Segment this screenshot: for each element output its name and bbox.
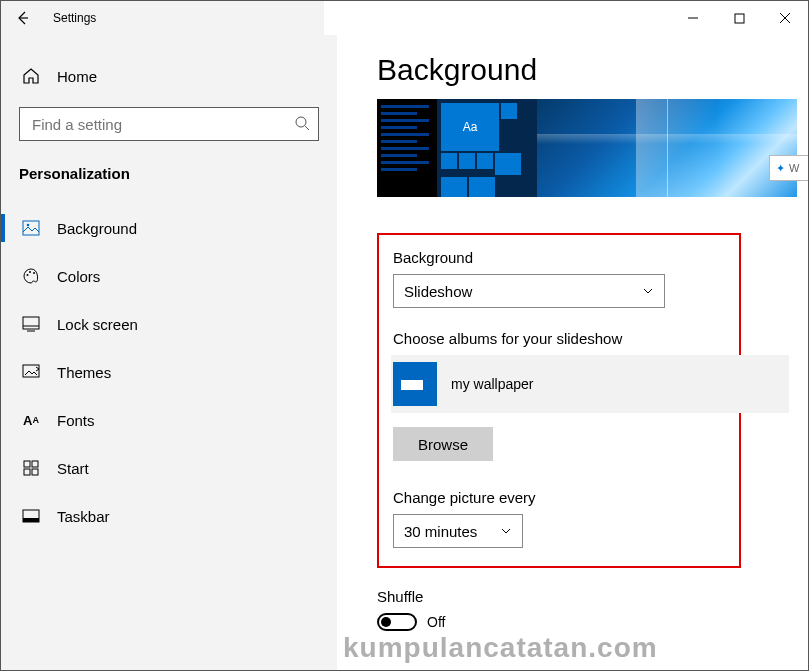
svg-rect-13	[24, 461, 30, 467]
change-picture-label: Change picture every	[393, 489, 723, 506]
fonts-icon: AA	[19, 413, 43, 428]
taskbar-icon	[19, 509, 43, 523]
picture-icon	[19, 220, 43, 236]
home-label: Home	[57, 68, 97, 85]
preview-desktop	[537, 99, 797, 197]
sidebar-item-label: Background	[57, 220, 137, 237]
home-nav[interactable]: Home	[1, 59, 337, 93]
section-label: Personalization	[1, 141, 337, 198]
background-field-label: Background	[393, 249, 723, 266]
main-content: Background Aa ✦ W Background Slideshow C…	[337, 35, 808, 670]
back-button[interactable]	[11, 6, 35, 30]
sidebar-item-label: Lock screen	[57, 316, 138, 333]
chevron-down-icon	[642, 283, 654, 300]
maximize-button[interactable]	[716, 2, 762, 34]
change-interval-select[interactable]: 30 minutes	[393, 514, 523, 548]
toggle-track	[377, 613, 417, 631]
sidebar-item-label: Themes	[57, 364, 111, 381]
svg-rect-14	[32, 461, 38, 467]
toggle-thumb	[381, 617, 391, 627]
svg-point-2	[296, 117, 306, 127]
side-tab[interactable]: ✦ W	[769, 155, 809, 181]
sidebar-item-label: Start	[57, 460, 89, 477]
svg-line-3	[305, 126, 309, 130]
themes-icon	[19, 364, 43, 380]
svg-point-6	[27, 274, 29, 276]
preview-start-tiles: Aa	[437, 99, 537, 197]
shuffle-state-text: Off	[427, 614, 445, 630]
svg-rect-16	[32, 469, 38, 475]
nav-list: Background Colors Lock screen Themes AA …	[1, 198, 337, 540]
sidebar: Home Personalization Background Colors L…	[1, 35, 337, 670]
highlighted-settings: Background Slideshow Choose albums for y…	[377, 233, 741, 568]
side-tab-text: W	[789, 162, 799, 174]
shuffle-label: Shuffle	[377, 588, 808, 605]
palette-icon	[19, 267, 43, 285]
background-select-value: Slideshow	[404, 283, 472, 300]
window-title: Settings	[53, 11, 96, 25]
sidebar-item-fonts[interactable]: AA Fonts	[1, 396, 337, 444]
sidebar-item-label: Fonts	[57, 412, 95, 429]
sidebar-item-colors[interactable]: Colors	[1, 252, 337, 300]
svg-point-7	[29, 271, 31, 273]
background-select[interactable]: Slideshow	[393, 274, 665, 308]
close-button[interactable]	[762, 2, 808, 34]
star-icon: ✦	[776, 162, 785, 175]
chevron-down-icon	[500, 523, 512, 540]
svg-rect-15	[24, 469, 30, 475]
page-title: Background	[377, 53, 808, 87]
minimize-button[interactable]	[670, 2, 716, 34]
search-input[interactable]	[30, 115, 294, 134]
album-item[interactable]: my wallpaper	[391, 355, 789, 413]
preview-taskbar	[377, 99, 437, 197]
browse-button[interactable]: Browse	[393, 427, 493, 461]
shuffle-toggle[interactable]: Off	[377, 613, 808, 631]
window-controls	[670, 2, 808, 34]
search-box[interactable]	[19, 107, 319, 141]
preview-tile-aa: Aa	[441, 103, 499, 151]
svg-rect-1	[735, 14, 744, 23]
start-icon	[19, 460, 43, 476]
svg-point-5	[27, 224, 30, 227]
wallpaper-preview: Aa	[377, 99, 797, 197]
sidebar-item-background[interactable]: Background	[1, 204, 337, 252]
watermark: kumpulancatatan.com	[343, 632, 658, 664]
sidebar-item-start[interactable]: Start	[1, 444, 337, 492]
browse-button-label: Browse	[418, 436, 468, 453]
sidebar-item-label: Taskbar	[57, 508, 110, 525]
svg-rect-9	[23, 317, 39, 329]
svg-rect-18	[23, 518, 39, 522]
sidebar-item-themes[interactable]: Themes	[1, 348, 337, 396]
home-icon	[19, 67, 43, 85]
sidebar-item-label: Colors	[57, 268, 100, 285]
svg-rect-4	[23, 221, 39, 235]
album-name: my wallpaper	[451, 376, 533, 392]
search-icon	[294, 115, 310, 134]
change-interval-value: 30 minutes	[404, 523, 477, 540]
lockscreen-icon	[19, 316, 43, 332]
shuffle-block: Shuffle Off	[377, 588, 808, 631]
sidebar-item-lockscreen[interactable]: Lock screen	[1, 300, 337, 348]
svg-point-8	[33, 272, 35, 274]
sidebar-item-taskbar[interactable]: Taskbar	[1, 492, 337, 540]
folder-icon	[393, 362, 437, 406]
albums-label: Choose albums for your slideshow	[393, 330, 723, 347]
title-bar: Settings	[1, 1, 808, 35]
